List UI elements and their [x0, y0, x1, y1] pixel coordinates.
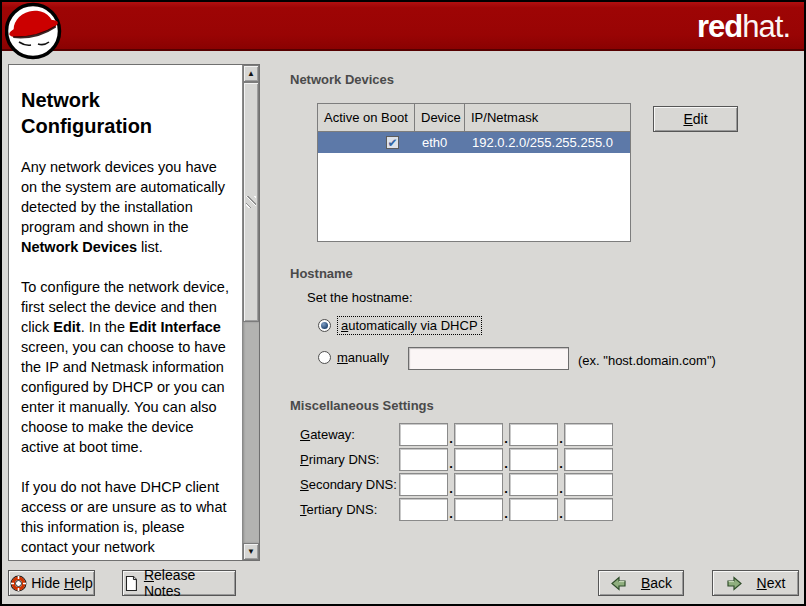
hostname-hint: (ex. "host.domain.com") [578, 353, 716, 368]
primary-dns-octet-1[interactable] [399, 448, 448, 471]
hide-help-label: Hide Help [31, 575, 93, 591]
scroll-up-arrow-icon[interactable]: ▲ [243, 65, 259, 82]
set-hostname-prompt: Set the hostname: [307, 290, 413, 305]
gateway-octet-2[interactable] [454, 423, 503, 446]
primary-dns-octet-2[interactable] [454, 448, 503, 471]
help-title: Network Configuration [21, 87, 211, 139]
next-label: Next [757, 575, 786, 591]
octet-separator: . [448, 506, 454, 521]
tertiary-dns-label: Tertiary DNS: [300, 502, 399, 517]
scrollbar-trough[interactable] [243, 322, 259, 543]
gateway-octet-4[interactable] [564, 423, 613, 446]
hostname-manual-label[interactable]: manually [337, 350, 389, 365]
primary-dns-row: Primary DNS: . . . [300, 448, 613, 471]
document-icon [123, 575, 140, 592]
help-panel: Network Configuration Any network device… [8, 64, 260, 561]
hostname-auto-option: automatically via DHCP [318, 316, 482, 335]
gateway-octet-1[interactable] [399, 423, 448, 446]
edit-button[interactable]: Edit [653, 106, 738, 132]
tertiary-dns-octet-2[interactable] [454, 498, 503, 521]
tertiary-dns-octet-3[interactable] [509, 498, 558, 521]
network-devices-table: Active on Boot Device IP/Netmask ✔ eth0 … [317, 103, 631, 242]
octet-separator: . [448, 481, 454, 496]
secondary-dns-octet-3[interactable] [509, 473, 558, 496]
edit-button-label: Edit [683, 111, 707, 127]
back-button[interactable]: Back [598, 570, 684, 596]
scrollbar-thumb[interactable] [243, 82, 259, 322]
release-notes-button[interactable]: Release Notes [122, 570, 236, 596]
column-header-device[interactable]: Device [415, 104, 465, 131]
secondary-dns-row: Secondary DNS: . . . [300, 473, 613, 496]
help-paragraph-3: If you do not have DHCP client access or… [21, 477, 234, 560]
next-button[interactable]: Next [712, 570, 799, 596]
primary-dns-octet-4[interactable] [564, 448, 613, 471]
installer-window: redhat. Network Configuration Any networ… [0, 0, 806, 606]
life-ring-icon [10, 575, 27, 592]
octet-separator: . [503, 481, 509, 496]
redhat-shadowman-logo-icon [5, 2, 63, 62]
octet-separator: . [558, 456, 564, 471]
scroll-down-arrow-icon[interactable]: ▼ [243, 543, 259, 560]
octet-separator: . [503, 506, 509, 521]
column-header-ip-netmask[interactable]: IP/Netmask [465, 104, 630, 131]
primary-dns-octet-3[interactable] [509, 448, 558, 471]
table-header-row: Active on Boot Device IP/Netmask [318, 104, 630, 132]
primary-dns-label: Primary DNS: [300, 452, 399, 467]
tertiary-dns-octet-4[interactable] [564, 498, 613, 521]
help-paragraph-2: To configure the network device, first s… [21, 277, 234, 457]
help-paragraph-1: Any network devices you have on the syst… [21, 157, 234, 257]
gateway-octet-3[interactable] [509, 423, 558, 446]
arrow-right-icon [726, 575, 743, 592]
brand-header: redhat. [2, 2, 804, 51]
table-row[interactable]: ✔ eth0 192.0.2.0/255.255.255.0 [318, 132, 630, 153]
help-scrollbar[interactable]: ▲ ▼ [242, 65, 259, 560]
hostname-manual-radio[interactable] [318, 351, 331, 364]
gateway-row: Gateway: . . . [300, 423, 613, 446]
octet-separator: . [503, 456, 509, 471]
tertiary-dns-octet-1[interactable] [399, 498, 448, 521]
wordmark-red: red [697, 9, 742, 44]
device-cell: eth0 [415, 135, 465, 150]
octet-separator: . [558, 481, 564, 496]
octet-separator: . [448, 431, 454, 446]
ip-netmask-cell: 192.0.2.0/255.255.255.0 [465, 135, 630, 150]
secondary-dns-octet-4[interactable] [564, 473, 613, 496]
miscellaneous-settings-label: Miscellaneous Settings [290, 398, 434, 413]
release-notes-label: Release Notes [144, 567, 235, 599]
secondary-dns-label: Secondary DNS: [300, 477, 399, 492]
gateway-label: Gateway: [300, 427, 399, 442]
hide-help-button[interactable]: Hide Help [8, 570, 95, 596]
active-on-boot-checkbox[interactable]: ✔ [386, 136, 399, 149]
secondary-dns-octet-2[interactable] [454, 473, 503, 496]
back-label: Back [641, 575, 672, 591]
active-cell: ✔ [318, 136, 415, 149]
network-devices-label: Network Devices [290, 72, 394, 87]
column-header-active-on-boot[interactable]: Active on Boot [318, 104, 415, 131]
redhat-wordmark: redhat. [697, 9, 790, 45]
hostname-auto-radio[interactable] [318, 319, 331, 332]
octet-separator: . [503, 431, 509, 446]
hostname-label: Hostname [290, 266, 353, 281]
hostname-manual-option: manually [318, 350, 389, 365]
octet-separator: . [558, 431, 564, 446]
hostname-input[interactable] [408, 347, 569, 370]
help-content: Network Configuration Any network device… [9, 65, 242, 560]
radio-selected-dot [321, 322, 328, 329]
scrollbar-grip [246, 196, 256, 208]
secondary-dns-octet-1[interactable] [399, 473, 448, 496]
arrow-left-icon [610, 575, 627, 592]
hostname-auto-label[interactable]: automatically via DHCP [337, 316, 482, 335]
octet-separator: . [448, 456, 454, 471]
tertiary-dns-row: Tertiary DNS: . . . [300, 498, 613, 521]
wordmark-hat: hat. [742, 9, 790, 44]
octet-separator: . [558, 506, 564, 521]
